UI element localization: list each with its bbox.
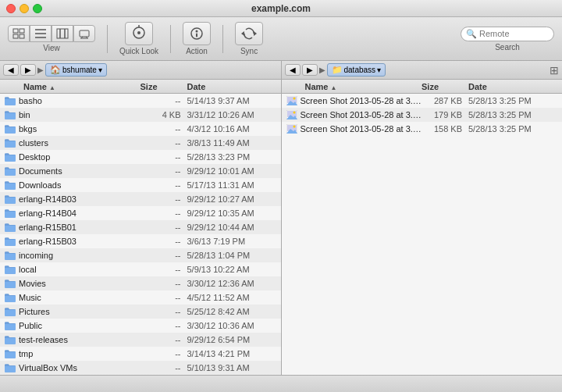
search-input[interactable] (479, 29, 550, 38)
left-forward-button[interactable]: ▶ (20, 64, 36, 76)
file-date: 9/29/12 6:54 PM (187, 335, 281, 344)
file-row-name: Movies (0, 278, 140, 289)
quick-look-label: Quick Look (119, 47, 158, 55)
file-row-name: Documents (0, 166, 140, 176)
left-path-label: bshumate (62, 66, 97, 74)
file-row-name: erlang-R15B01 (0, 222, 140, 233)
table-row[interactable]: clusters -- 3/8/13 11:49 AM (0, 136, 281, 150)
view-list-btn[interactable] (30, 25, 52, 42)
svg-point-25 (293, 98, 295, 100)
file-name: local (19, 265, 37, 274)
expand-icon[interactable]: ⊞ (550, 64, 559, 77)
file-row-name: incoming (0, 250, 140, 261)
sync-button[interactable] (235, 22, 263, 45)
table-row[interactable]: incoming -- 5/28/13 1:04 PM (0, 248, 281, 262)
file-row-name: Screen Shot 2013-05-28 at 3.25.41... (282, 123, 422, 134)
svg-point-33 (293, 126, 295, 128)
table-row[interactable]: Screen Shot 2013-05-28 at 3.25.41... 158… (282, 122, 563, 136)
svg-marker-21 (241, 31, 244, 36)
table-row[interactable]: erlang-R15B01 -- 9/29/12 10:44 AM (0, 220, 281, 234)
table-row[interactable]: bin 4 KB 3/31/12 10:26 AM (0, 108, 281, 122)
file-date: 3/6/13 7:19 PM (187, 237, 281, 246)
maximize-button[interactable] (33, 4, 42, 13)
left-path-bshumate[interactable]: 🏠 bshumate ▾ (45, 63, 107, 77)
image-icon (286, 109, 297, 120)
file-name: Downloads (19, 180, 61, 190)
file-size: -- (140, 138, 187, 148)
right-col-size-header: Size (422, 82, 468, 91)
table-row[interactable]: Screen Shot 2013-05-28 at 3.25.23... 179… (282, 108, 563, 122)
table-row[interactable]: basho -- 5/14/13 9:37 AM (0, 94, 281, 108)
file-name: erlang-R15B01 (19, 223, 76, 232)
view-cover-btn[interactable] (73, 25, 95, 42)
table-row[interactable]: Downloads -- 5/17/13 11:31 AM (0, 178, 281, 192)
svg-rect-10 (80, 30, 89, 37)
table-row[interactable]: erlang-R15B03 -- 3/6/13 7:19 PM (0, 234, 281, 248)
file-date: 3/8/13 11:49 AM (187, 138, 281, 148)
file-row-name: tmp (0, 348, 140, 359)
file-size: -- (140, 166, 187, 176)
file-name: bin (19, 110, 30, 119)
svg-marker-20 (254, 31, 257, 36)
left-file-list[interactable]: basho -- 5/14/13 9:37 AM bin 4 KB 3/31/1… (0, 94, 281, 375)
table-row[interactable]: bkgs -- 4/3/12 10:16 AM (0, 122, 281, 136)
file-name: Music (19, 293, 41, 302)
folder-icon (5, 109, 16, 120)
table-row[interactable]: Music -- 4/5/12 11:52 AM (0, 290, 281, 305)
right-path-databass[interactable]: 📁 databass ▾ (327, 63, 386, 77)
sort-arrow: ▲ (49, 84, 55, 91)
table-row[interactable]: Public -- 3/30/12 10:36 AM (0, 319, 281, 333)
path-dropdown-icon: ▾ (98, 66, 102, 74)
right-file-list[interactable]: Screen Shot 2013-05-28 at 3.24.38... 287… (282, 94, 563, 375)
svg-rect-2 (13, 34, 18, 38)
left-back-button[interactable]: ◀ (3, 64, 19, 76)
file-row-name: erlang-R15B03 (0, 236, 140, 247)
close-button[interactable] (6, 4, 16, 13)
file-size: -- (140, 124, 187, 134)
search-box: 🔍 (461, 27, 554, 41)
right-forward-button[interactable]: ▶ (302, 64, 318, 76)
table-row[interactable]: local -- 5/9/13 10:22 AM (0, 262, 281, 276)
file-size: -- (140, 279, 187, 288)
svg-rect-9 (57, 29, 68, 38)
table-row[interactable]: Movies -- 3/30/12 12:36 AM (0, 276, 281, 290)
file-size: 158 KB (422, 124, 468, 134)
file-name: Pictures (19, 307, 50, 316)
table-row[interactable]: erlang-R14B03 -- 9/29/12 10:27 AM (0, 192, 281, 206)
table-row[interactable]: tmp -- 3/14/13 4:21 PM (0, 347, 281, 361)
svg-rect-3 (20, 34, 24, 38)
file-size: -- (140, 349, 187, 358)
table-row[interactable]: erlang-R14B04 -- 9/29/12 10:35 AM (0, 206, 281, 220)
forward-icon: ▶ (25, 66, 31, 74)
file-date: 5/9/13 10:22 AM (187, 265, 281, 274)
folder-icon: 📁 (332, 65, 343, 75)
search-label: Search (495, 43, 520, 52)
file-name: Screen Shot 2013-05-28 at 3.25.41... (301, 124, 422, 134)
file-size: -- (140, 265, 187, 274)
table-row[interactable]: Pictures -- 5/25/12 8:42 AM (0, 305, 281, 319)
file-size: 287 KB (422, 96, 468, 105)
back-icon: ◀ (290, 66, 296, 74)
minimize-button[interactable] (20, 4, 29, 13)
file-row-name: VirtualBox VMs (0, 362, 140, 373)
table-row[interactable]: Documents -- 9/29/12 10:01 AM (0, 164, 281, 178)
file-date: 5/28/13 3:25 PM (468, 124, 562, 134)
file-date: 5/28/13 3:23 PM (187, 152, 281, 162)
file-size: 4 KB (140, 110, 187, 119)
action-button[interactable] (183, 22, 211, 45)
quick-look-button[interactable] (125, 22, 153, 45)
right-back-button[interactable]: ◀ (285, 64, 301, 76)
table-row[interactable]: VirtualBox VMs -- 5/10/13 9:31 AM (0, 361, 281, 375)
view-icon-btn[interactable] (8, 25, 30, 42)
table-row[interactable]: test-releases -- 9/29/12 6:54 PM (0, 333, 281, 347)
folder-icon (5, 236, 16, 247)
table-row[interactable]: Desktop -- 5/28/13 3:23 PM (0, 150, 281, 164)
left-col-name-header: Name ▲ (0, 82, 140, 91)
sync-label: Sync (240, 47, 258, 55)
right-path-bar: ◀ ▶ ▶ 📁 databass ▾ ⊞ (282, 61, 563, 80)
table-row[interactable]: Screen Shot 2013-05-28 at 3.24.38... 287… (282, 94, 563, 108)
file-name: erlang-R15B03 (19, 237, 76, 246)
sep3 (222, 25, 223, 53)
folder-icon (5, 208, 16, 219)
view-column-btn[interactable] (52, 25, 73, 42)
